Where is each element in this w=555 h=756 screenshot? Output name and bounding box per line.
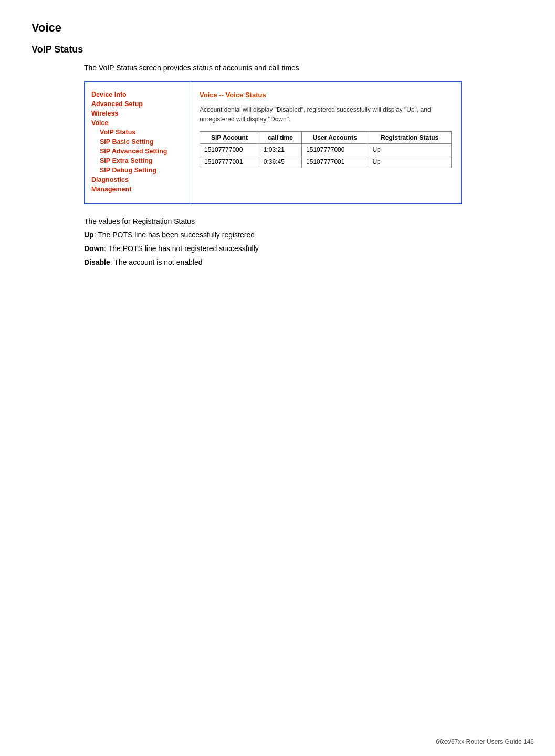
table-cell-0-1: 1:03:21 — [259, 144, 301, 156]
content-heading: Voice -- Voice Status — [200, 91, 452, 99]
content-area: Voice -- Voice Status Account denial wil… — [190, 82, 461, 203]
table-row: 151077770010:36:4515107777001Up — [200, 156, 452, 168]
sidebar-item-device-info[interactable]: Device Info — [91, 91, 183, 98]
values-section: The values for Registration Status Up: T… — [84, 217, 523, 266]
table-cell-0-0: 15107777000 — [200, 144, 259, 156]
table-col-user-accounts: User Accounts — [302, 132, 368, 144]
sidebar-item-advanced-setup[interactable]: Advanced Setup — [91, 100, 183, 108]
up-line: Up: The POTS line has been successfully … — [84, 231, 523, 239]
table-cell-1-1: 0:36:45 — [259, 156, 301, 168]
sidebar-item-management[interactable]: Management — [91, 185, 183, 193]
disable-line: Disable: The account is not enabled — [84, 258, 523, 266]
ui-panel: Device InfoAdvanced SetupWirelessVoiceVo… — [84, 81, 462, 204]
disable-label: Disable — [84, 258, 110, 266]
sidebar-item-voip-status[interactable]: VoIP Status — [91, 129, 183, 136]
table-cell-0-3: Up — [368, 144, 452, 156]
table-col-registration-status: Registration Status — [368, 132, 452, 144]
page-title: Voice — [32, 21, 523, 35]
table-cell-1-3: Up — [368, 156, 452, 168]
voip-table: SIP Accountcall timeUser AccountsRegistr… — [200, 131, 452, 168]
table-col-call-time: call time — [259, 132, 301, 144]
up-label: Up — [84, 231, 94, 239]
sidebar-item-wireless[interactable]: Wireless — [91, 110, 183, 117]
sidebar: Device InfoAdvanced SetupWirelessVoiceVo… — [85, 82, 190, 203]
table-cell-0-2: 15107777000 — [302, 144, 368, 156]
content-desc: Account denial will display "Disabled", … — [200, 105, 452, 124]
footer: 66xx/67xx Router Users Guide 146 — [436, 738, 534, 745]
values-intro: The values for Registration Status — [84, 217, 523, 225]
sidebar-item-voice[interactable]: Voice — [91, 119, 183, 127]
table-cell-1-0: 15107777001 — [200, 156, 259, 168]
sidebar-item-sip-extra-setting[interactable]: SIP Extra Setting — [91, 157, 183, 164]
description: The VoIP Status screen provides status o… — [84, 64, 523, 72]
table-body: 151077770001:03:2115107777000Up151077770… — [200, 144, 452, 168]
down-desc: : The POTS line has not registered succe… — [104, 244, 259, 253]
table-row: 151077770001:03:2115107777000Up — [200, 144, 452, 156]
table-header-row: SIP Accountcall timeUser AccountsRegistr… — [200, 132, 452, 144]
sidebar-item-diagnostics[interactable]: Diagnostics — [91, 176, 183, 183]
table-header: SIP Accountcall timeUser AccountsRegistr… — [200, 132, 452, 144]
sidebar-item-sip-advanced-setting[interactable]: SIP Advanced Setting — [91, 148, 183, 155]
down-label: Down — [84, 244, 104, 253]
disable-desc: : The account is not enabled — [110, 258, 203, 266]
down-line: Down: The POTS line has not registered s… — [84, 244, 523, 253]
sidebar-item-sip-debug-setting[interactable]: SIP Debug Setting — [91, 167, 183, 174]
table-col-sip-account: SIP Account — [200, 132, 259, 144]
table-cell-1-2: 15107777001 — [302, 156, 368, 168]
section-title: VoIP Status — [32, 44, 523, 55]
up-desc: : The POTS line has been successfully re… — [94, 231, 255, 239]
sidebar-item-sip-basic-setting[interactable]: SIP Basic Setting — [91, 138, 183, 146]
